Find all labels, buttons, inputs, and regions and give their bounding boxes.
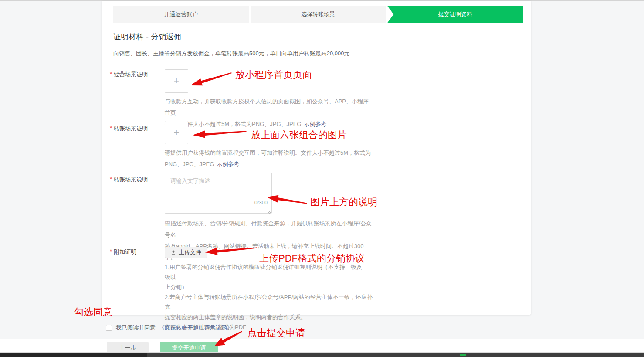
step-indicator: 开通运营账户 选择转账场景 提交证明资料 xyxy=(113,6,523,23)
help-line: 上分销） xyxy=(165,282,373,292)
plus-icon: + xyxy=(174,128,180,137)
upload-icon xyxy=(171,250,176,255)
page-title: 证明材料 - 分销返佣 xyxy=(113,32,182,42)
transfer-desc-field: 0/300 xyxy=(165,173,272,214)
label-text: 附加证明 xyxy=(114,248,136,255)
label-transfer-desc: *转账场景说明 xyxy=(110,176,148,184)
transfer-desc-textarea[interactable] xyxy=(165,173,272,214)
label-text: 转账场景证明 xyxy=(114,125,148,132)
upload-button-label: 上传文件 xyxy=(179,248,201,256)
annotation-business-scene: 放小程序首页页面 xyxy=(235,68,312,82)
label-text: 经营场景证明 xyxy=(114,71,148,78)
upload-file-wrap: 上传文件 xyxy=(165,247,207,258)
help-business-scene: 与收款方互动，并获取收款方授权个人信息的页面截图，如公众号、APP、小程序首页 … xyxy=(165,96,373,130)
page: 开通运营账户 选择转账场景 提交证明资料 证明材料 - 分销返佣 向销售、团长、… xyxy=(0,0,644,357)
upload-box-business-scene[interactable]: + xyxy=(165,69,188,93)
required-mark: * xyxy=(110,248,112,255)
taskbar-item-fragment xyxy=(460,354,466,356)
example-link-transfer-scene[interactable]: 示例参考 xyxy=(217,161,239,167)
footer-strip xyxy=(0,339,644,353)
required-mark: * xyxy=(110,125,112,131)
upload-file-button[interactable]: 上传文件 xyxy=(165,247,207,258)
content-panel: 开通运营账户 选择转账场景 提交证明资料 证明材料 - 分销返佣 向销售、团长、… xyxy=(102,1,531,315)
taskbar-fragment-left xyxy=(0,353,147,357)
step-open-account: 开通运营账户 xyxy=(113,6,249,23)
plus-icon: + xyxy=(174,76,180,86)
page-subtitle: 向销售、团长、主播等分销方发放佣金，单笔转账最高500元，单日向单用户转账最高2… xyxy=(113,50,349,58)
help-line: 提交相应的两主体盖章的说明函，说明两者的合作关系。 xyxy=(165,312,373,322)
agreement-checkbox[interactable] xyxy=(106,325,112,331)
annotation-extra-proof: 上传PDF格式的分销协议 xyxy=(259,252,365,265)
window-left-border xyxy=(0,0,0,357)
upload-box-transfer-scene[interactable]: + xyxy=(165,121,188,144)
step-submit-proof: 提交证明资料 xyxy=(387,6,523,23)
help-line: PNG、JPG、JPEG示例参考 xyxy=(165,159,373,170)
taskbar-fragment-right xyxy=(147,353,644,357)
help-extra-proof: 1.用户签署的分销返佣合作协议的模版或分销返佣详细规则说明（不支持三级及三级以 … xyxy=(165,262,373,332)
agreement-label: 我已阅读并同意 xyxy=(116,324,156,331)
example-link-business-scene[interactable]: 示例参考 xyxy=(304,121,326,127)
resize-grip-icon[interactable] xyxy=(267,208,271,212)
label-extra-proof: *附加证明 xyxy=(110,248,136,256)
agreement-text: 我已阅读并同意 《商家转账开通申请承诺函》 xyxy=(116,324,233,332)
annotation-transfer-scene: 放上面六张组合的图片 xyxy=(251,129,347,142)
label-business-scene: *经营场景证明 xyxy=(110,71,148,78)
help-line: 与收款方互动，并获取收款方授权个人信息的页面截图，如公众号、APP、小程序首页 xyxy=(165,96,373,119)
help-line: 需描述付款场景、营销/分销规则、付款资金来源，并提供转账场景所在小程序/公众号名 xyxy=(165,218,373,241)
required-mark: * xyxy=(110,176,112,182)
agreement-link[interactable]: 《商家转账开通申请承诺函》 xyxy=(159,324,233,331)
annotation-submit: 点击提交申请 xyxy=(247,326,305,340)
label-text: 转账场景说明 xyxy=(114,176,148,183)
help-transfer-scene: 请提供用户获得钱的前置流程交互图，可加注释说明。文件大小不超过5M，格式为 PN… xyxy=(165,147,373,170)
help-line: 请提供用户获得钱的前置流程交互图，可加注释说明。文件大小不超过5M，格式为 xyxy=(165,147,373,159)
required-mark: * xyxy=(110,71,112,77)
char-counter: 0/300 xyxy=(254,200,268,206)
annotation-agree: 勾选同意 xyxy=(74,306,112,319)
label-transfer-scene: *转账场景证明 xyxy=(110,125,148,133)
help-line-text: PNG、JPG、JPEG xyxy=(165,161,214,167)
step-select-scene: 选择转账场景 xyxy=(251,6,386,23)
help-line: 2.若商户号主体与转账场景所在小程序/公众号/APP/网站的经营主体不一致，还应… xyxy=(165,292,373,312)
annotation-transfer-desc: 图片上方的说明 xyxy=(310,196,377,209)
